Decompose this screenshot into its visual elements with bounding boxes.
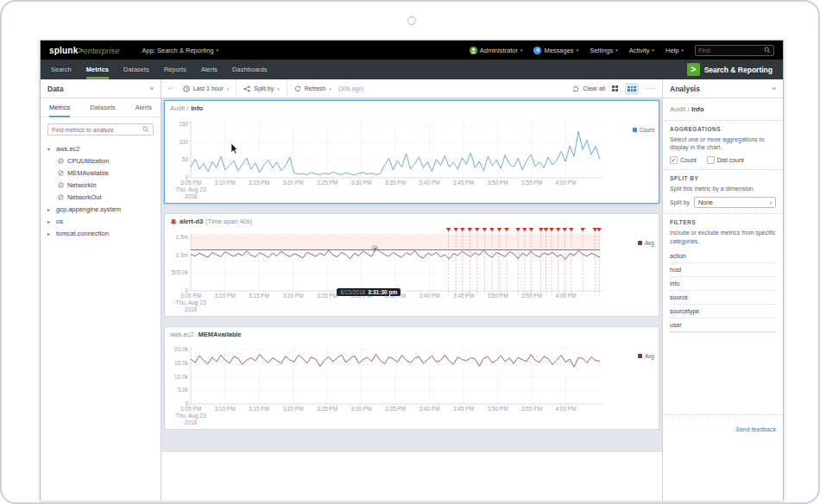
- help-menu[interactable]: Help▾: [665, 47, 684, 54]
- activity-menu[interactable]: Activity▾: [629, 47, 654, 54]
- caret-down-icon: ▾: [653, 47, 655, 53]
- svg-text:3:50 PM: 3:50 PM: [487, 406, 508, 412]
- sidebar-tab-alerts[interactable]: Alerts: [136, 98, 152, 117]
- svg-text:150: 150: [179, 121, 188, 127]
- tree-metric-MEMAvailable[interactable]: MEMAvailable: [41, 167, 161, 179]
- svg-text:Thu, Aug 23: Thu, Aug 23: [175, 186, 205, 193]
- settings-menu[interactable]: Settings▾: [590, 47, 618, 54]
- chart-legend: Count: [633, 127, 654, 133]
- checkbox-count[interactable]: ✓Count: [670, 156, 697, 164]
- svg-text:4:00 PM: 4:00 PM: [555, 406, 576, 412]
- filter-item-user[interactable]: user: [670, 318, 776, 331]
- splunk-logo[interactable]: splunk>enterprise: [49, 46, 120, 55]
- svg-text:3:25 PM: 3:25 PM: [317, 406, 337, 412]
- aggregation-options: ✓CountDist count: [670, 156, 776, 164]
- nav-tab-search[interactable]: Search: [51, 60, 72, 79]
- list-view-icon[interactable]: [625, 83, 639, 95]
- clear-all-button[interactable]: Clear all: [572, 85, 605, 92]
- clear-icon: [572, 85, 579, 92]
- nav-tab-reports[interactable]: Reports: [164, 60, 186, 79]
- expand-panel-icon[interactable]: »: [773, 85, 776, 92]
- svg-text:3:45 PM: 3:45 PM: [453, 293, 474, 299]
- back-button[interactable]: ↩: [161, 79, 176, 98]
- legend-label: Avg: [645, 353, 654, 359]
- chart-card-1[interactable]: Audit / InfoCount0501001503:05 PMThu, Au…: [164, 100, 659, 204]
- tooltip-time: 3:31:30 pm: [368, 289, 397, 295]
- svg-text:3:20 PM: 3:20 PM: [282, 180, 303, 186]
- filter-item-host[interactable]: host: [670, 263, 776, 277]
- nav-tab-datasets[interactable]: Datasets: [123, 60, 149, 79]
- nav-tab-dashboards[interactable]: Dashboards: [232, 60, 267, 79]
- chevron-right-icon[interactable]: ▸: [47, 218, 53, 224]
- svg-text:5.0k: 5.0k: [178, 387, 189, 393]
- svg-text:3:20 PM: 3:20 PM: [282, 293, 303, 299]
- time-range-picker[interactable]: Last 1 hour ▾: [176, 79, 237, 98]
- chevron-right-icon[interactable]: ▸: [47, 206, 53, 212]
- tree-node-aws.ec2[interactable]: ▾aws.ec2: [41, 142, 161, 154]
- search-icon: [142, 126, 149, 133]
- chart-card-2[interactable]: alert-d3 (Time span 40s)Avg0500.0k1.0m1.…: [164, 213, 659, 317]
- tree-node-os[interactable]: ▸os: [41, 215, 161, 227]
- refresh-ago-label: (30s ago): [338, 85, 364, 91]
- aggregations-section: AGGREGATIONS Select one or more aggregat…: [663, 121, 783, 170]
- chart-plot[interactable]: 0501001503:05 PMThu, Aug 2320183:10 PM3:…: [170, 112, 657, 200]
- svg-text:3:15 PM: 3:15 PM: [249, 406, 269, 412]
- filter-item-sourcetype[interactable]: sourcetype: [670, 305, 776, 318]
- chart-plot[interactable]: 05.0k10.0k15.0k20.0k3:05 PMThu, Aug 2320…: [170, 338, 657, 426]
- send-feedback-link[interactable]: Send feedback: [735, 426, 776, 432]
- svg-text:3:35 PM: 3:35 PM: [385, 406, 406, 412]
- caret-down-icon: ▾: [769, 200, 772, 205]
- svg-text:3:15 PM: 3:15 PM: [249, 180, 269, 186]
- caret-down-icon: ▾: [577, 47, 579, 53]
- svg-text:15.0k: 15.0k: [174, 360, 189, 366]
- split-by-select[interactable]: None ▾: [694, 197, 776, 208]
- collapse-sidebar-icon[interactable]: «: [150, 85, 154, 92]
- filter-item-info[interactable]: info: [670, 277, 776, 291]
- metric-search-input[interactable]: [52, 127, 142, 133]
- alert-bell-icon: [170, 218, 177, 225]
- split-by-button[interactable]: Split by ▾: [237, 79, 287, 98]
- more-options-icon[interactable]: ···: [646, 85, 655, 92]
- filter-item-source[interactable]: source: [670, 291, 776, 305]
- tree-metric-NetworkIn[interactable]: NetworkIn: [41, 179, 161, 191]
- messages-menu[interactable]: 4 Messages▾: [533, 47, 578, 54]
- sidebar-tab-metrics[interactable]: Metrics: [49, 98, 70, 117]
- nav-tab-alerts[interactable]: Alerts: [201, 60, 218, 79]
- chart-card-3[interactable]: aws.ec2.MEMAvailableAvg05.0k10.0k15.0k20…: [164, 326, 659, 430]
- checkbox-dist-count[interactable]: Dist count: [707, 156, 744, 164]
- svg-text:3:20 PM: 3:20 PM: [282, 406, 303, 412]
- tree-node-gcp.appengine.system[interactable]: ▸gcp.appengine.system: [41, 203, 161, 215]
- metric-gauge-icon: [58, 182, 64, 188]
- svg-text:3:35 PM: 3:35 PM: [385, 180, 406, 186]
- checkbox-box-icon[interactable]: [707, 156, 715, 164]
- caret-down-icon: ▾: [329, 86, 331, 91]
- messages-label: Messages: [544, 47, 573, 54]
- sidebar-tab-datasets[interactable]: Datasets: [90, 98, 116, 117]
- grid-view-icon[interactable]: [612, 85, 618, 91]
- chart-plot[interactable]: 0500.0k1.0m1.5m3:05 PMThu, Aug 2320183:1…: [170, 225, 657, 313]
- chevron-right-icon[interactable]: ▸: [47, 230, 53, 236]
- aggregations-heading: AGGREGATIONS: [670, 126, 776, 132]
- tree-metric-CPUUtilization[interactable]: CPUUtilization: [41, 154, 161, 167]
- user-menu[interactable]: Administrator▾: [470, 47, 523, 54]
- chevron-down-icon[interactable]: ▾: [47, 146, 53, 152]
- nav-tab-metrics[interactable]: Metrics: [86, 60, 109, 79]
- tree-metric-NetworkOut[interactable]: NetworkOut: [41, 191, 161, 203]
- app-menu[interactable]: App: Search & Reporting▾: [142, 47, 218, 54]
- caret-down-icon: ▾: [227, 86, 230, 91]
- checkbox-box-icon[interactable]: ✓: [670, 156, 678, 164]
- find-searchbox[interactable]: [695, 45, 774, 56]
- refresh-button[interactable]: Refresh ▾: [287, 79, 338, 98]
- svg-text:3:40 PM: 3:40 PM: [419, 293, 439, 299]
- svg-text:3:10 PM: 3:10 PM: [214, 293, 235, 299]
- svg-text:3:30 PM: 3:30 PM: [350, 406, 371, 412]
- refresh-label: Refresh: [305, 85, 326, 91]
- filter-item-action[interactable]: action: [670, 249, 776, 263]
- feedback-row: Send feedback: [663, 414, 783, 439]
- tree-node-tomcat.connection[interactable]: ▸tomcat.connection: [41, 227, 161, 239]
- svg-text:3:05 PM: 3:05 PM: [180, 180, 201, 186]
- app-name-label: Search & Reporting: [704, 66, 773, 74]
- split-by-label: Split by: [254, 85, 274, 91]
- find-input[interactable]: [698, 47, 764, 54]
- metric-searchbox[interactable]: [47, 123, 154, 135]
